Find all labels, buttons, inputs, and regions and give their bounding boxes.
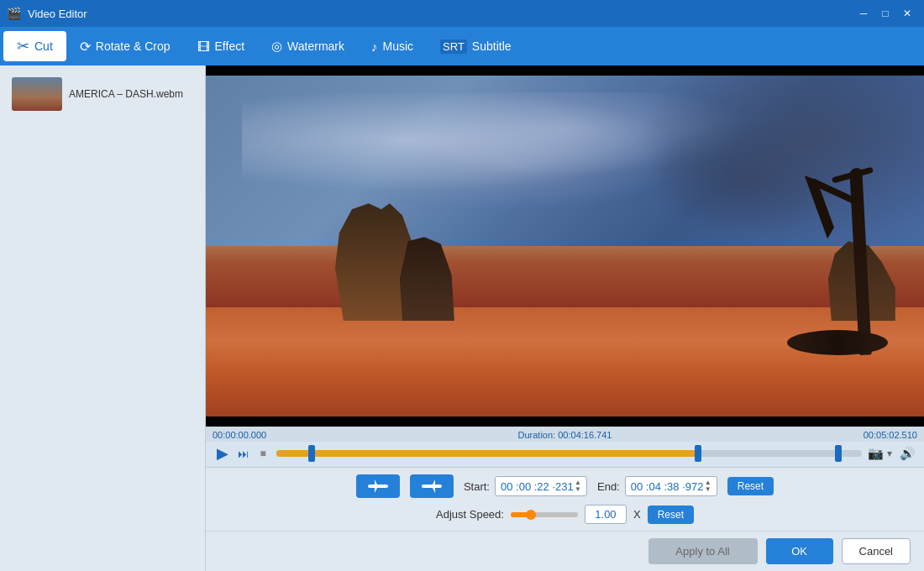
cut-right-icon — [420, 479, 444, 493]
time-end-label: 00:05:02.510 — [864, 430, 917, 440]
sidebar: AMERICA – DASH.webm — [0, 65, 206, 571]
sand-ground — [206, 307, 924, 416]
tab-watermark[interactable]: ◎ Watermark — [258, 31, 358, 61]
tab-effect[interactable]: 🎞 Effect — [184, 31, 259, 61]
title-bar: 🎬 Video Editor ─ □ ✕ — [0, 0, 924, 27]
app-title: Video Editor — [28, 8, 87, 20]
timeline-row: ▶ ⏭ ■ 📷 ▾ 🔊 — [206, 442, 924, 467]
tab-cut[interactable]: ✂ Cut — [3, 31, 66, 61]
svg-marker-1 — [375, 479, 378, 493]
start-time-value: 00 :00 :22 ·231 — [501, 480, 574, 493]
start-time-down-arrow[interactable]: ▼ — [575, 486, 581, 493]
video-frame — [206, 76, 924, 416]
timeline-progress — [276, 450, 698, 457]
watermark-icon: ◎ — [271, 39, 282, 54]
tab-rotate[interactable]: ⟳ Rotate & Crop — [66, 31, 184, 61]
stop-button[interactable]: ■ — [253, 443, 273, 464]
timeline-current-thumb[interactable] — [695, 445, 701, 462]
tab-subtitle-label: Subtitle — [472, 39, 512, 53]
timeline-track[interactable] — [276, 445, 862, 462]
tab-music-label: Music — [383, 39, 414, 53]
mesa-formation-right — [400, 237, 454, 321]
time-labels: 00:00:00.000 Duration: 00:04:16.741 00:0… — [206, 427, 924, 442]
apply-to-all-button[interactable]: Apply to All — [648, 538, 758, 564]
end-time-input[interactable]: 00 :04 :38 ·972 ▲ ▼ — [625, 476, 717, 496]
tab-bar: ✂ Cut ⟳ Rotate & Crop 🎞 Effect ◎ Waterma… — [0, 27, 924, 65]
speed-reset-button[interactable]: Reset — [648, 506, 694, 524]
video-container — [206, 65, 924, 427]
time-reset-button[interactable]: Reset — [727, 477, 774, 495]
tab-watermark-label: Watermark — [287, 39, 344, 53]
timeline-right-thumb[interactable] — [835, 445, 842, 462]
end-time-arrows[interactable]: ▲ ▼ — [705, 479, 711, 493]
speed-slider[interactable] — [511, 512, 578, 517]
end-time-value: 00 :04 :38 ·972 — [631, 480, 704, 493]
play-button[interactable]: ▶ — [213, 443, 233, 464]
speed-slider-thumb[interactable] — [526, 510, 536, 520]
main-content: AMERICA – DASH.webm — [0, 65, 924, 571]
tree-roots — [787, 330, 888, 355]
start-label: Start: — [464, 480, 490, 493]
sidebar-filename: AMERICA – DASH.webm — [69, 88, 183, 100]
app-icon: 🎬 — [7, 7, 21, 20]
cut-left-button[interactable] — [356, 474, 400, 498]
title-bar-controls: ─ □ ✕ — [853, 5, 917, 22]
sidebar-item[interactable]: AMERICA – DASH.webm — [8, 74, 197, 114]
tab-subtitle[interactable]: SRT Subtitle — [427, 31, 524, 61]
cut-icon: ✂ — [17, 37, 29, 55]
ok-button[interactable]: OK — [766, 538, 833, 564]
end-time-down-arrow[interactable]: ▼ — [705, 486, 711, 493]
end-label: End: — [597, 480, 620, 493]
svg-marker-3 — [432, 479, 435, 493]
speed-value[interactable]: 1.00 — [585, 505, 627, 524]
speed-controls: Adjust Speed: 1.00 X Reset — [219, 505, 911, 524]
rotate-icon: ⟳ — [80, 39, 91, 55]
speed-x-label: X — [633, 508, 641, 521]
timeline-area: 00:00:00.000 Duration: 00:04:16.741 00:0… — [206, 427, 924, 467]
sidebar-thumbnail — [12, 77, 62, 111]
bottom-controls: Start: 00 :00 :22 ·231 ▲ ▼ End: 00 :04 :… — [206, 467, 924, 531]
close-button[interactable]: ✕ — [897, 5, 917, 22]
duration-label: Duration: 00:04:16.741 — [518, 430, 612, 440]
snapshot-dropdown[interactable]: ▾ — [887, 448, 892, 459]
footer-buttons: Apply to All OK Cancel — [206, 531, 924, 571]
end-time-group: End: 00 :04 :38 ·972 ▲ ▼ — [597, 476, 717, 496]
cut-controls: Start: 00 :00 :22 ·231 ▲ ▼ End: 00 :04 :… — [219, 474, 911, 498]
start-time-group: Start: 00 :00 :22 ·231 ▲ ▼ — [464, 476, 587, 496]
cut-right-button[interactable] — [410, 474, 454, 498]
volume-button[interactable]: 🔊 — [897, 443, 917, 464]
time-start-label: 00:00:00.000 — [213, 430, 266, 440]
restore-button[interactable]: □ — [875, 5, 895, 22]
music-icon: ♪ — [371, 39, 378, 54]
subtitle-icon: SRT — [440, 39, 467, 54]
speed-label: Adjust Speed: — [436, 508, 504, 521]
video-panel: 00:00:00.000 Duration: 00:04:16.741 00:0… — [206, 65, 924, 571]
snapshot-button[interactable]: 📷 — [865, 443, 885, 464]
tab-effect-label: Effect — [215, 39, 245, 53]
camera-controls: 📷 ▾ 🔊 — [865, 443, 917, 464]
title-bar-left: 🎬 Video Editor — [7, 7, 87, 20]
start-time-input[interactable]: 00 :00 :22 ·231 ▲ ▼ — [495, 476, 587, 496]
timeline-left-thumb[interactable] — [308, 445, 315, 462]
minimize-button[interactable]: ─ — [853, 5, 874, 22]
start-time-arrows[interactable]: ▲ ▼ — [575, 479, 581, 493]
tab-cut-label: Cut — [34, 39, 53, 53]
effect-icon: 🎞 — [197, 39, 210, 54]
tab-rotate-label: Rotate & Crop — [96, 39, 171, 53]
cancel-button[interactable]: Cancel — [842, 538, 911, 564]
step-forward-button[interactable]: ⏭ — [233, 443, 253, 464]
cut-left-icon — [366, 479, 390, 493]
tab-music[interactable]: ♪ Music — [358, 31, 427, 61]
